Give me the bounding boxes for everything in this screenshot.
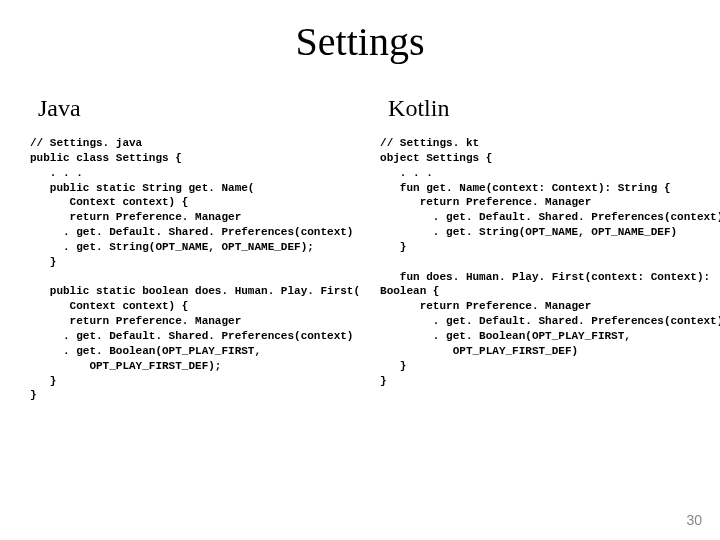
kotlin-code: // Settings. kt object Settings { . . . … bbox=[380, 136, 720, 388]
slide-title: Settings bbox=[0, 18, 720, 65]
java-header: Java bbox=[30, 95, 360, 122]
kotlin-column: Kotlin // Settings. kt object Settings {… bbox=[380, 95, 720, 403]
java-column: Java // Settings. java public class Sett… bbox=[30, 95, 360, 403]
java-code: // Settings. java public class Settings … bbox=[30, 136, 360, 403]
kotlin-header: Kotlin bbox=[380, 95, 720, 122]
code-columns: Java // Settings. java public class Sett… bbox=[0, 95, 720, 403]
page-number: 30 bbox=[686, 512, 702, 528]
